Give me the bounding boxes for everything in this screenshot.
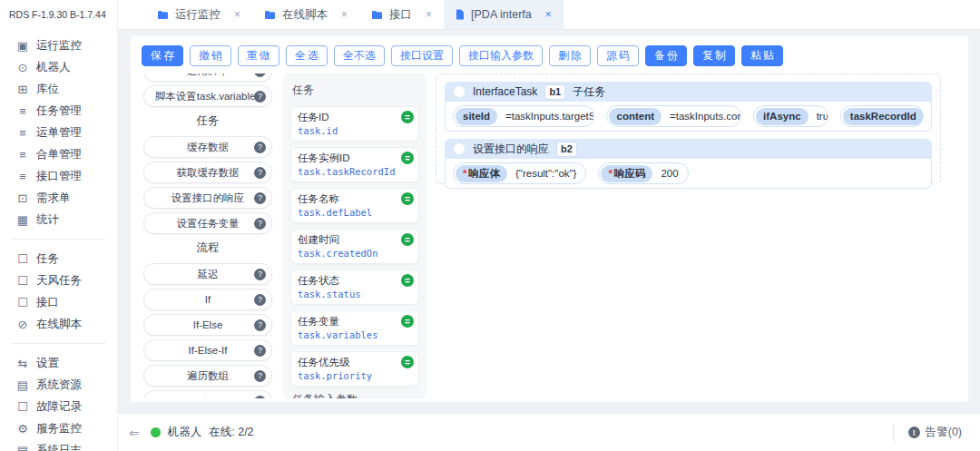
tab-label: 运行监控 — [175, 7, 220, 23]
sidebar-item-run-monitor[interactable]: ▣ 运行监控 — [0, 34, 117, 56]
sidebar-item-robots[interactable]: ⊙ 机器人 — [0, 56, 117, 78]
drag-handle-icon[interactable]: = — [401, 152, 414, 164]
sidebar-item-fault-record[interactable]: ☐ 故障记录 — [0, 396, 117, 417]
drag-handle-icon[interactable]: = — [401, 233, 414, 246]
tab-pda-interface[interactable]: [PDA interfa × — [444, 0, 564, 29]
block-select-radio[interactable] — [454, 143, 465, 154]
field-code: task.variables — [298, 328, 412, 341]
param-pill-task-record-id[interactable]: taskRecordId — [840, 105, 924, 127]
block-title: 设置接口的响应 — [473, 142, 549, 157]
tab-run-monitor[interactable]: 运行监控 × — [145, 0, 252, 29]
interface-input-params-button[interactable]: 接口输入参数 — [459, 45, 543, 66]
help-icon[interactable]: ? — [254, 319, 266, 331]
help-icon[interactable]: ? — [254, 192, 266, 204]
save-button[interactable]: 保存 — [142, 45, 183, 66]
folder-icon — [157, 10, 169, 20]
clipboard-icon: ☐ — [16, 275, 29, 287]
help-icon[interactable]: ? — [254, 269, 266, 280]
sidebar-item-interface[interactable]: ☐ 接口 — [0, 291, 117, 313]
param-pill-content[interactable]: content =taskInputs.content — [606, 105, 741, 127]
tab-online-script[interactable]: 在线脚本 × — [252, 0, 359, 29]
block-select-radio[interactable] — [454, 86, 465, 97]
fault-icon: ☐ — [16, 401, 29, 413]
undo-button[interactable]: 撤销 — [190, 45, 231, 66]
help-icon[interactable]: ? — [254, 370, 266, 382]
help-icon[interactable]: ? — [254, 294, 266, 306]
delete-button[interactable]: 删除 — [549, 45, 591, 66]
sidebar-item-label: 任务管理 — [36, 103, 82, 119]
param-pill-response-body[interactable]: *响应体 {"result":"ok"} — [453, 162, 586, 184]
param-pill-if-async[interactable]: ifAsync true — [753, 105, 828, 127]
set-response-block[interactable]: 设置接口的响应 b2 *响应体 {"result":"ok"} *响应码 — [445, 139, 932, 189]
interface-task-block[interactable]: InterfaceTask b1 子任务 siteId =taskInputs.… — [445, 82, 932, 132]
copy-button[interactable]: 复制 — [693, 45, 735, 66]
backup-button[interactable]: 备份 — [645, 45, 687, 66]
sidebar-item-tianfeng-tasks[interactable]: ☐ 天风任务 — [0, 270, 117, 291]
palette-item-if[interactable]: If ? — [143, 289, 272, 310]
task-card-priority[interactable]: 任务优先级 task.priority = — [290, 351, 419, 387]
collapse-panel-icon[interactable]: ⇐ — [129, 426, 140, 440]
help-icon[interactable]: ? — [254, 91, 266, 103]
sidebar-item-interface-management[interactable]: ≡ 接口管理 — [0, 165, 117, 187]
palette-item-cache-data[interactable]: 缓存数据 ? — [143, 136, 272, 158]
redo-button[interactable]: 重做 — [238, 45, 279, 66]
list-icon: ≡ — [16, 149, 29, 161]
palette-item-set-interface-response[interactable]: 设置接口的响应 ? — [143, 187, 272, 209]
sidebar-item-waybill-management[interactable]: ≡ 运单管理 — [0, 122, 117, 143]
task-card-task-id[interactable]: 任务ID task.id = — [290, 106, 419, 142]
sidebar-item-system-resource[interactable]: ▤ 系统资源 — [0, 374, 117, 396]
help-icon[interactable]: ? — [254, 396, 266, 399]
paste-button[interactable]: 粘贴 — [741, 45, 783, 66]
task-card-variables[interactable]: 任务变量 task.variables = — [290, 310, 419, 346]
alarm-count[interactable]: 告警(0) — [926, 425, 962, 440]
help-icon[interactable]: ? — [254, 142, 266, 153]
close-icon[interactable]: × — [545, 8, 552, 21]
help-icon[interactable]: ? — [254, 74, 266, 77]
select-all-button[interactable]: 全选 — [286, 45, 328, 66]
close-icon[interactable]: × — [341, 8, 348, 21]
help-icon[interactable]: ? — [254, 167, 266, 179]
task-fields-panel: 任务 任务ID task.id = 任务实例ID task.taskRecord… — [283, 74, 426, 398]
close-icon[interactable]: × — [234, 8, 240, 21]
drag-handle-icon[interactable]: = — [401, 111, 414, 123]
tab-interface[interactable]: 接口 × — [359, 0, 444, 29]
palette-item-script-set-task-variables[interactable]: 脚本设置task.variables ? — [143, 85, 272, 107]
palette-item-general-script[interactable]: 通用脚本 ? — [143, 74, 272, 82]
palette-item-if-else-if[interactable]: If-Else-If ? — [143, 339, 272, 361]
sidebar-item-storage-slots[interactable]: ⊞ 库位 — [0, 78, 117, 100]
script-canvas[interactable]: InterfaceTask b1 子任务 siteId =taskInputs.… — [436, 74, 941, 184]
interface-settings-button[interactable]: 接口设置 — [391, 45, 453, 66]
sidebar-item-online-script[interactable]: ⊘ 在线脚本 — [0, 313, 117, 335]
source-code-button[interactable]: 源码 — [597, 45, 639, 66]
palette-item-if-else[interactable]: If-Else ? — [143, 314, 272, 336]
drag-handle-icon[interactable]: = — [401, 274, 414, 287]
palette-item-return[interactable]: return ? — [143, 390, 272, 398]
sidebar-item-tasks[interactable]: ☐ 任务 — [0, 248, 117, 270]
slot-icon: ⊞ — [16, 83, 29, 95]
task-card-def-label[interactable]: 任务名称 task.defLabel = — [290, 188, 419, 223]
drag-handle-icon[interactable]: = — [401, 356, 414, 368]
drag-handle-icon[interactable]: = — [401, 192, 414, 205]
sidebar-item-system-log[interactable]: ▤ 系统日志 — [0, 439, 117, 451]
sidebar-item-combine-order-management[interactable]: ≡ 合单管理 — [0, 143, 117, 165]
sidebar-item-service-monitor[interactable]: ⚙ 服务监控 — [0, 417, 117, 439]
param-pill-response-code[interactable]: *响应码 200 — [598, 162, 688, 184]
task-card-created-on[interactable]: 创建时间 task.createdOn = — [290, 229, 419, 264]
palette-item-delay[interactable]: 延迟 ? — [143, 263, 272, 285]
sidebar-item-statistics[interactable]: ▦ 统计 — [0, 209, 117, 230]
palette-item-set-task-variables[interactable]: 设置任务变量 ? — [143, 212, 272, 234]
deselect-all-button[interactable]: 全不选 — [334, 45, 385, 66]
close-icon[interactable]: × — [426, 8, 432, 21]
task-card-status[interactable]: 任务状态 task.status = — [290, 270, 419, 305]
help-icon[interactable]: ? — [254, 345, 266, 357]
palette-item-get-cache-data[interactable]: 获取缓存数据 ? — [143, 162, 272, 183]
sidebar-item-settings[interactable]: ⇆ 设置 — [0, 352, 117, 374]
sidebar-item-demand-order[interactable]: ⊡ 需求单 — [0, 187, 117, 209]
list-icon: ≡ — [16, 127, 29, 139]
help-icon[interactable]: ? — [254, 218, 266, 230]
task-card-task-record-id[interactable]: 任务实例ID task.taskRecordId = — [290, 147, 419, 182]
drag-handle-icon[interactable]: = — [401, 315, 414, 328]
param-pill-site-id[interactable]: siteId =taskInputs.targetSiteId — [453, 105, 594, 127]
sidebar-item-task-management[interactable]: ≡ 任务管理 — [0, 100, 117, 122]
palette-item-foreach-array[interactable]: 遍历数组 ? — [143, 365, 272, 387]
